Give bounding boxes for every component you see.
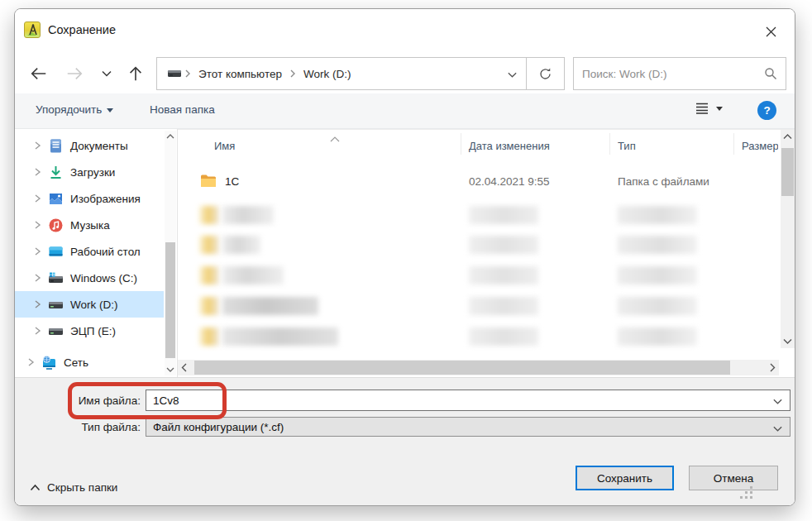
sidebar-item-label: Документы [70,140,128,152]
sidebar-item-work-d[interactable]: Work (D:) [15,291,164,318]
sidebar-item-downloads[interactable]: Загрузки [15,159,164,185]
folder-icon [199,266,219,284]
search-icon[interactable] [764,67,777,80]
forward-button[interactable] [64,63,85,84]
view-mode-button[interactable] [695,102,723,115]
filetype-select[interactable]: Файл конфигурации (*.cf) [146,417,791,437]
sidebar-item-pictures[interactable]: Изображения [15,185,164,212]
sidebar-scrollbar[interactable] [165,131,176,375]
expand-chevron-icon[interactable] [25,356,36,368]
sidebar-item-ecp-e[interactable]: ЭЦП (E:) [15,318,164,344]
redacted-row[interactable] [178,205,773,227]
expand-chevron-icon[interactable] [31,193,43,204]
scroll-down-icon[interactable] [165,364,176,375]
scroll-left-icon[interactable] [178,361,191,374]
folder-icon [199,206,219,224]
expand-chevron-icon[interactable] [31,166,43,178]
sidebar-item-label: Изображения [70,193,141,205]
filename-label: Имя файла: [58,394,141,407]
drive-icon [167,68,182,79]
sidebar-item-label: Загрузки [70,166,115,179]
sidebar-item-desktop[interactable]: Рабочий стол [15,238,164,265]
organize-menu-button[interactable]: Упорядочить [36,103,113,116]
save-dialog-window: Сохранение Этот компьютер Work ( [14,8,795,506]
address-dropdown-icon[interactable] [507,69,518,84]
navigation-pane: Документы Загрузки Изображения Музыка Ра [15,129,177,377]
app-1c-icon [24,22,41,38]
scroll-right-icon[interactable] [766,361,779,374]
column-header-date[interactable]: Дата изменения [469,140,550,152]
title-bar: Сохранение [15,9,795,52]
column-header-name[interactable]: Имя [214,140,235,152]
horizontal-scrollbar[interactable] [178,360,779,375]
breadcrumb-current-folder[interactable]: Work (D:) [299,68,356,80]
back-button[interactable] [28,63,50,84]
recent-locations-button[interactable] [96,63,117,84]
dialog-footer: Имя файла: Тип файла: Файл конфигурации … [15,377,795,506]
redacted-row[interactable] [178,296,773,318]
expand-chevron-icon[interactable] [31,299,43,310]
scroll-up-icon[interactable] [165,131,176,142]
resize-grip[interactable] [741,487,752,499]
redacted-row[interactable] [178,235,773,256]
caret-down-icon [716,107,723,111]
expand-chevron-icon[interactable] [31,246,43,257]
pictures-icon [48,191,64,207]
vertical-scrollbar[interactable] [781,130,795,348]
breadcrumb-this-pc[interactable]: Этот компьютер [193,68,287,80]
chevron-down-icon[interactable] [772,395,783,410]
drive-icon [48,323,64,339]
expand-chevron-icon[interactable] [31,325,43,337]
scrollbar-thumb[interactable] [165,242,175,358]
desktop-icon [48,244,64,260]
expand-chevron-icon[interactable] [31,219,43,231]
scrollbar-thumb[interactable] [194,361,730,375]
scroll-up-icon[interactable] [781,130,794,143]
redacted-row[interactable] [178,265,773,287]
sidebar-item-windows-c[interactable]: Windows (C:) [15,265,164,291]
file-row-1c[interactable]: 1С 02.04.2021 9:55 Папка с файлами [178,170,773,194]
column-divider [733,133,734,155]
close-button[interactable] [758,21,783,42]
search-input[interactable] [582,68,764,80]
network-icon [41,355,57,370]
filetype-value: Файл конфигурации (*.cf) [146,421,284,433]
sidebar-item-documents[interactable]: Документы [15,132,164,159]
new-folder-button[interactable]: Новая папка [150,103,215,116]
scrollbar-thumb[interactable] [781,148,794,196]
breadcrumb-chevron-icon [289,69,297,79]
scroll-down-icon[interactable] [781,335,794,348]
sidebar-item-label: Work (D:) [70,299,118,311]
new-folder-label: Новая папка [150,103,215,116]
column-header-type[interactable]: Тип [618,140,636,152]
hide-folders-label: Скрыть папки [47,481,117,494]
folder-icon [199,236,219,254]
redacted-row[interactable] [178,327,773,348]
up-button[interactable] [125,63,146,84]
column-divider [461,133,461,155]
caret-down-icon [107,108,113,112]
expand-chevron-icon[interactable] [31,140,43,151]
address-bar[interactable]: Этот компьютер Work (D:) [156,57,527,90]
sidebar-item-network[interactable]: Сеть [15,349,164,375]
save-button[interactable]: Сохранить [576,466,674,490]
filename-input[interactable] [146,390,758,410]
filename-field [146,390,791,411]
documents-icon [48,138,64,154]
help-button[interactable]: ? [757,101,776,120]
command-bar: Упорядочить Новая папка ? [15,93,795,129]
expand-chevron-icon[interactable] [31,272,43,284]
hide-folders-button[interactable]: Скрыть папки [30,481,117,494]
sidebar-item-label: Сеть [64,356,88,369]
organize-label: Упорядочить [36,103,102,116]
column-divider [609,133,610,155]
refresh-button[interactable] [526,57,565,90]
main-area: Документы Загрузки Изображения Музыка Ра [15,129,795,377]
sidebar-item-music[interactable]: Музыка [15,212,164,238]
cancel-button[interactable]: Отмена [689,466,778,490]
file-list: Имя Дата изменения Тип Размер 1С 02.04.2… [178,129,795,377]
column-header-size[interactable]: Размер [742,140,778,152]
sort-ascending-icon[interactable] [329,131,341,146]
music-icon [48,217,64,233]
breadcrumb-chevron-icon [184,69,192,79]
